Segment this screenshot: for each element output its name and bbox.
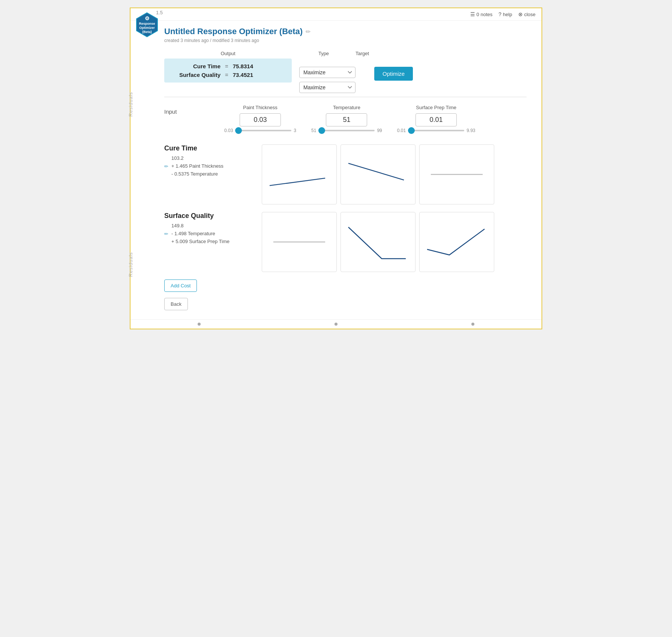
- optimize-section: Optimize: [374, 59, 413, 81]
- var-value-temperature[interactable]: [326, 113, 367, 126]
- chart-ct-temp: [340, 144, 416, 204]
- formula-lines-ct: 103.2 + 1.465 Paint Thickness - 0.5375 T…: [171, 155, 224, 178]
- slider-min-spt: 0.01: [397, 128, 406, 133]
- output-name-2: Surface Quality: [172, 72, 220, 78]
- notes-button[interactable]: ☰ 0 notes: [470, 11, 493, 17]
- input-section: Input Paint Thickness 0.03 3: [164, 105, 526, 133]
- response-name-cure-time: Cure Time: [164, 144, 262, 152]
- slider-row-spt: 0.01 9.93: [397, 128, 476, 133]
- badge-line1: Response: [139, 22, 155, 26]
- type-select-2[interactable]: Maximize Minimize Target: [299, 82, 356, 93]
- chart-sq-temp: [340, 212, 416, 272]
- header-title-row: Untitled Response Optimizer (Beta) ✏: [164, 27, 526, 36]
- bottom-buttons: Add Cost: [164, 279, 526, 292]
- col-header-output: Output: [164, 51, 292, 56]
- response-row-cure-time: Cure Time ✏ 103.2 + 1.465 Paint Thicknes…: [164, 144, 526, 204]
- response-formula-cure-time: ✏ 103.2 + 1.465 Paint Thickness - 0.5375…: [164, 155, 262, 178]
- formula-lines-sq: 149.8 - 1.498 Temperature + 5.009 Surfac…: [171, 222, 230, 245]
- response-info-cure-time: Cure Time ✏ 103.2 + 1.465 Paint Thicknes…: [164, 144, 262, 178]
- main-content: Untitled Response Optimizer (Beta) ✏ cre…: [130, 21, 542, 319]
- slider-max-temp: 99: [377, 128, 382, 133]
- var-label-temperature: Temperature: [333, 105, 360, 110]
- output-value-2: 73.4521: [233, 72, 259, 78]
- charts-row-cure-time: [262, 144, 494, 204]
- slider-row-paint-thickness: 0.03 3: [224, 128, 296, 133]
- close-label: close: [524, 12, 536, 17]
- col-header-type: Type: [292, 51, 356, 56]
- slider-min-pt: 0.03: [224, 128, 233, 133]
- output-section: Output Type Target Cure Time = 75.8314 S…: [164, 51, 526, 93]
- var-label-spt: Surface Prep Time: [416, 105, 456, 110]
- output-row-2: Surface Quality = 73.4521: [172, 72, 284, 78]
- response-row-surface-quality: Surface Quality ✏ 149.8 - 1.498 Temperat…: [164, 212, 526, 272]
- response-formula-surface-quality: ✏ 149.8 - 1.498 Temperature + 5.009 Surf…: [164, 222, 262, 245]
- back-button-wrapper: Back: [164, 298, 526, 310]
- divider-1: [164, 97, 526, 97]
- top-bar: ☰ 0 notes ? help ⊗ close: [130, 8, 542, 21]
- input-header-row: Input Paint Thickness 0.03 3: [164, 105, 526, 133]
- col-header-target: Target: [356, 51, 386, 56]
- slider-max-pt: 3: [294, 128, 296, 133]
- chart-sq-pt: [262, 212, 337, 272]
- response-info-surface-quality: Surface Quality ✏ 149.8 - 1.498 Temperat…: [164, 212, 262, 245]
- input-var-surface-prep-time: Surface Prep Time 0.01 9.93: [397, 105, 476, 133]
- slider-min-temp: 51: [311, 128, 316, 133]
- badge-icon: ⚙: [145, 15, 150, 22]
- input-label: Input: [164, 105, 224, 115]
- dot-3: [471, 323, 474, 326]
- slider-temperature[interactable]: [318, 130, 375, 131]
- chart-ct-spt: [419, 144, 494, 204]
- close-icon: ⊗: [518, 11, 523, 17]
- output-equals-2: =: [225, 72, 228, 78]
- col-header-row: Output Type Target: [164, 51, 526, 56]
- type-select-1[interactable]: Maximize Minimize Target: [299, 67, 356, 78]
- edit-title-icon[interactable]: ✏: [306, 28, 310, 35]
- close-button[interactable]: ⊗ close: [518, 11, 536, 17]
- notes-label: 0 notes: [477, 12, 493, 17]
- optimize-button[interactable]: Optimize: [374, 67, 413, 81]
- output-table: Cure Time = 75.8314 Surface Quality = 73…: [164, 59, 292, 83]
- response-name-surface-quality: Surface Quality: [164, 212, 262, 220]
- main-window: 1.5 ⚙ Response Optimizer (Beta) Residual…: [130, 8, 542, 329]
- output-equals-1: =: [225, 63, 228, 69]
- header-subtitle: created 3 minutes ago / modified 3 minut…: [164, 38, 526, 43]
- help-label: help: [503, 12, 512, 17]
- input-var-paint-thickness: Paint Thickness 0.03 3: [224, 105, 296, 133]
- var-value-paint-thickness[interactable]: [240, 113, 281, 126]
- chart-ct-pt: [262, 144, 337, 204]
- app-badge: ⚙ Response Optimizer (Beta): [134, 12, 160, 38]
- notes-icon: ☰: [470, 11, 475, 17]
- output-row-1: Cure Time = 75.8314: [172, 63, 284, 69]
- pencil-icon-ct[interactable]: ✏: [164, 164, 168, 169]
- bottom-dots: [130, 319, 542, 329]
- output-value-1: 75.8314: [233, 63, 259, 69]
- dot-1: [198, 323, 201, 326]
- page-title: Untitled Response Optimizer (Beta): [164, 27, 303, 36]
- slider-max-spt: 9.93: [466, 128, 475, 133]
- input-controls: Paint Thickness 0.03 3 Temperature: [224, 105, 475, 133]
- slider-row-temperature: 51 99: [311, 128, 382, 133]
- type-section: Maximize Minimize Target Maximize Minimi…: [299, 59, 356, 93]
- output-name-1: Cure Time: [172, 63, 220, 69]
- badge-line3: (Beta): [142, 30, 152, 34]
- help-icon: ?: [498, 11, 501, 17]
- chart-sq-spt: [419, 212, 494, 272]
- var-label-paint-thickness: Paint Thickness: [243, 105, 278, 110]
- input-var-temperature: Temperature 51 99: [311, 105, 382, 133]
- var-value-spt[interactable]: [416, 113, 457, 126]
- slider-spt[interactable]: [408, 130, 464, 131]
- help-button[interactable]: ? help: [498, 11, 512, 17]
- add-cost-button[interactable]: Add Cost: [164, 279, 197, 292]
- pencil-icon-sq[interactable]: ✏: [164, 231, 168, 237]
- dot-2: [334, 323, 338, 326]
- charts-row-surface-quality: [262, 212, 494, 272]
- back-button[interactable]: Back: [164, 298, 188, 310]
- badge-line2: Optimizer: [139, 26, 155, 30]
- slider-paint-thickness[interactable]: [235, 130, 291, 131]
